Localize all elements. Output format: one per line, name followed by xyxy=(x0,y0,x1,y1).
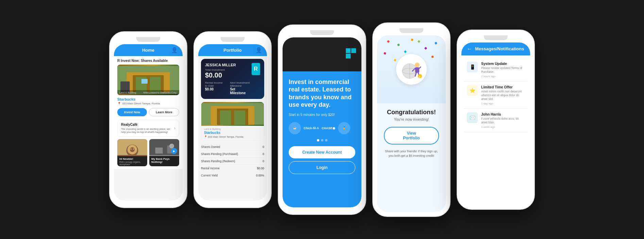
rental-info: Rental Income to Date $0.00 xyxy=(205,81,223,95)
phone1-screen: Home 👤 R Invest Now: Shares Available xyxy=(114,44,183,201)
limited-offer-icon: ⭐ xyxy=(467,85,478,96)
message-item-john-harris[interactable]: ✉️ John Harris Fusce vehicula dolor arcu… xyxy=(464,109,527,132)
confetti-7 xyxy=(404,50,407,53)
property-tenant-1: NNN Leased to Starbucks Corp. xyxy=(143,91,177,94)
back-arrow-icon[interactable]: ← xyxy=(467,46,472,52)
pin-icon-1: 📍 xyxy=(117,102,121,105)
phone-portfolio: Portfolio 👤 JESSICA MILLER Total Investm… xyxy=(193,31,272,208)
invest-banner: R Invest Now: Shares Available xyxy=(117,59,179,63)
message-content-1: System Update Please review updated Term… xyxy=(481,62,525,78)
user-icon-1[interactable]: 👤 xyxy=(171,47,178,53)
confetti-1 xyxy=(387,40,390,42)
svg-rect-14 xyxy=(155,148,163,154)
brand-chase: CHASE◉ xyxy=(322,126,335,130)
learn-more-button[interactable]: Learn More xyxy=(149,108,179,116)
msg-title-2: Limited Time Offer xyxy=(481,85,525,89)
phone5-title: Messages/Notifications xyxy=(475,46,524,51)
news-card-2[interactable]: ▶ My Bank Pays Nothing! xyxy=(149,139,179,166)
portfolio-card: JESSICA MILLER Total Investment $0.00 Re… xyxy=(201,59,264,99)
brand-logos: ☕ Chick-fil-A CHASE◉ 🏅 xyxy=(289,122,355,134)
r-logo-onboarding xyxy=(346,48,356,61)
message-item-system-update[interactable]: 📱 System Update Please review updated Te… xyxy=(464,58,527,82)
svg-rect-25 xyxy=(351,54,356,58)
play-button[interactable]: ▶ xyxy=(171,148,177,154)
notch-3 xyxy=(310,30,334,35)
phone4-layout: $ Congratulations! You're now investing!… xyxy=(377,35,446,212)
portfolio-row: Rental Income to Date $0.00 Next Investm… xyxy=(205,81,252,95)
news-img-1 xyxy=(117,139,147,156)
dot-2 xyxy=(321,139,323,141)
notch-bar-5 xyxy=(461,34,530,41)
svg-point-29 xyxy=(415,63,420,67)
invest-now-button[interactable]: Invest Now xyxy=(117,108,147,116)
realy-cafe-section[interactable]: RealyCafé The investing world is an exci… xyxy=(117,120,179,137)
current-yield-label: Current Yield xyxy=(201,174,218,177)
portfolio-info: JESSICA MILLER Total Investment $0.00 Re… xyxy=(205,63,252,95)
share-text: Share with your friends! If they sign up… xyxy=(384,149,439,158)
stats-list: Shares Owned 0 Shares Pending (Purchased… xyxy=(198,143,267,179)
notch-bar-3 xyxy=(283,29,361,36)
shares-pending-purchased-value: 0 xyxy=(262,152,264,156)
shares-owned-label: Shares Owned xyxy=(201,145,220,149)
property-image-1: Land & Building NNN Leased to Starbucks … xyxy=(117,65,179,95)
confetti-9 xyxy=(431,55,434,58)
brand-4: 🏅 xyxy=(338,122,350,134)
msg-time-1: 2 hours ago xyxy=(481,75,525,78)
shares-owned-value: 0 xyxy=(262,145,264,149)
property-name-2: Starbucks xyxy=(204,131,261,135)
property-image-2 xyxy=(201,102,264,126)
invest-headline: Invest in commercial real estate. Leased… xyxy=(289,78,355,109)
message-item-limited-offer[interactable]: ⭐ Limited Time Offer Amet minim mollit n… xyxy=(464,82,527,109)
news-title-2: My Bank Pays Nothing! xyxy=(151,157,177,164)
news-card-1[interactable]: Hi Newbie! Retro occupy organic, stumpto… xyxy=(117,139,147,166)
address-text-1: 333 Main Street Tampa, Florida xyxy=(122,102,160,105)
confetti-8 xyxy=(418,40,420,42)
property-info-2: Land & Building Starbucks 📍 333 Main Str… xyxy=(201,126,264,140)
confetti-3 xyxy=(411,38,413,41)
stat-current-yield: Current Yield 0.00% xyxy=(201,172,264,179)
property-type-1: Land & Building xyxy=(119,91,136,94)
phones-container: Home 👤 R Invest Now: Shares Available xyxy=(109,22,535,217)
phone4-screen: $ Congratulations! You're now investing!… xyxy=(377,35,446,212)
rental-value: $0.00 xyxy=(205,87,223,91)
property-overlay: Land & Building NNN Leased to Starbucks … xyxy=(117,90,179,95)
pin-icon-2: 📍 xyxy=(204,135,207,138)
svg-point-10 xyxy=(130,147,135,152)
confetti-6 xyxy=(384,52,386,55)
notch-1 xyxy=(136,37,160,42)
current-yield-value: 0.00% xyxy=(256,174,264,177)
property-name-1: Starbucks xyxy=(117,97,179,101)
user-icon-2[interactable]: 👤 xyxy=(255,47,262,53)
realy-logo: RealyCafé xyxy=(121,123,174,126)
shares-pending-redeem-label: Shares Pending (Redeem) xyxy=(201,159,235,163)
news-grid: Hi Newbie! Retro occupy organic, stumpto… xyxy=(117,139,179,166)
messages-list: 📱 System Update Please review updated Te… xyxy=(461,55,530,205)
create-account-button[interactable]: Create New Account xyxy=(289,146,355,158)
milestone-value: Set Milestone xyxy=(230,87,251,95)
realy-cafe-text: RealyCafé The investing world is an exci… xyxy=(121,123,174,134)
svg-rect-23 xyxy=(351,48,356,53)
login-button[interactable]: Login xyxy=(289,161,355,174)
svg-rect-20 xyxy=(220,110,231,124)
notch-bar-4 xyxy=(377,27,446,34)
milestone-label: Next Investment Milestone xyxy=(230,81,251,87)
svg-rect-21 xyxy=(234,110,245,124)
stat-shares-pending-purchased: Shares Pending (Purchased) 0 xyxy=(201,151,264,158)
phone1-header: Home 👤 xyxy=(114,44,183,56)
phone3-screen: Invest in commercial real estate. Leased… xyxy=(283,37,361,207)
view-portfolio-button[interactable]: View Portfolio xyxy=(384,127,439,144)
portfolio-user-name: JESSICA MILLER xyxy=(205,63,252,67)
address-line-1: 📍 333 Main Street Tampa, Florida xyxy=(117,102,179,105)
realy-cafe-desc: The investing world is an exciting place… xyxy=(121,127,174,134)
notch-bar-2 xyxy=(198,36,267,43)
phone3-layout: Invest in commercial real estate. Leased… xyxy=(283,37,361,207)
svg-line-32 xyxy=(419,67,421,68)
address-text-2: 📍 333 Main Street Tampa, Florida xyxy=(204,135,261,138)
stat-shares-pending-redeem: Shares Pending (Redeem) 0 xyxy=(201,158,264,165)
svg-rect-22 xyxy=(346,48,351,53)
notch-bar-1 xyxy=(114,36,183,43)
congrats-sub: You're now investing! xyxy=(394,117,429,121)
stat-shares-owned: Shares Owned 0 xyxy=(201,143,264,151)
property-type-2: Land & Building xyxy=(204,128,261,130)
phone3-top xyxy=(283,37,361,71)
